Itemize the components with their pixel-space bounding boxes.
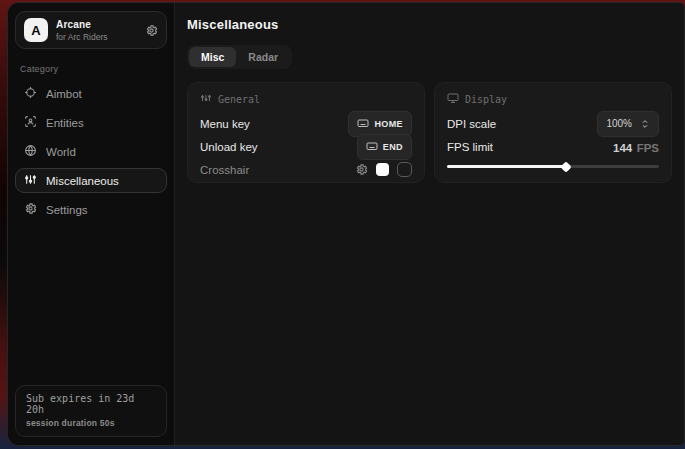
card-title: General: [218, 94, 260, 105]
slider-fill: [447, 165, 566, 168]
menu-key-label: Menu key: [200, 118, 250, 130]
sliders-icon: [200, 92, 212, 106]
general-card-header: General: [200, 92, 412, 106]
app-name: Arcane: [56, 19, 108, 30]
display-card-header: Display: [447, 92, 659, 106]
keyboard-icon: [366, 138, 378, 156]
chevron-up-down-icon: [640, 115, 650, 133]
fps-limit-value: 144 FPS: [613, 138, 659, 156]
crosshair-row: Crosshair: [200, 158, 412, 181]
main-panel: Miscellaneous Misc Radar General Menu ke…: [175, 3, 684, 445]
profile-card[interactable]: A Arcane for Arc Riders: [15, 11, 167, 49]
sidebar: A Arcane for Arc Riders Category Aimbot …: [8, 3, 175, 445]
gear-icon[interactable]: [355, 163, 368, 176]
globe-icon: [24, 144, 37, 159]
sliders-icon: [24, 173, 37, 188]
entities-scan-icon: [24, 115, 37, 130]
sidebar-item-label: Entities: [46, 117, 84, 129]
subscription-card: Sub expires in 23d 20h session duration …: [15, 385, 167, 437]
keybind-value: END: [383, 142, 403, 152]
profile-text: Arcane for Arc Riders: [56, 19, 108, 42]
sidebar-item-aimbot[interactable]: Aimbot: [15, 81, 167, 106]
card-title: Display: [465, 94, 507, 105]
unload-key-label: Unload key: [200, 141, 258, 153]
fps-limit-slider[interactable]: [447, 160, 659, 172]
crosshair-controls: [355, 162, 412, 177]
dpi-scale-row: DPI scale 100%: [447, 112, 659, 135]
menu-key-bind-button[interactable]: HOME: [348, 111, 412, 137]
sidebar-item-label: Miscellaneous: [46, 175, 119, 187]
sidebar-item-label: World: [46, 146, 76, 158]
unload-key-row: Unload key END: [200, 135, 412, 158]
keybind-value: HOME: [374, 119, 403, 129]
session-duration-text: session duration 50s: [26, 418, 156, 428]
menu-key-row: Menu key HOME: [200, 112, 412, 135]
dpi-scale-value: 100%: [606, 118, 632, 129]
monitor-icon: [447, 92, 459, 106]
sidebar-item-label: Settings: [46, 204, 88, 216]
sidebar-item-settings[interactable]: Settings: [15, 197, 167, 222]
fps-limit-label: FPS limit: [447, 141, 493, 153]
tab-radar[interactable]: Radar: [236, 47, 290, 67]
general-card: General Menu key HOME Unload key END: [187, 82, 425, 183]
category-label: Category: [20, 64, 162, 74]
fps-limit-row: FPS limit 144 FPS: [447, 135, 659, 158]
fps-unit: FPS: [637, 142, 659, 154]
sidebar-item-label: Aimbot: [46, 88, 82, 100]
tab-misc[interactable]: Misc: [189, 47, 236, 67]
app-logo: A: [24, 18, 48, 42]
app-window: A Arcane for Arc Riders Category Aimbot …: [7, 2, 685, 446]
slider-thumb[interactable]: [560, 161, 571, 172]
page-title: Miscellaneous: [187, 17, 672, 32]
sidebar-nav: Aimbot Entities World Miscellaneous Sett…: [15, 81, 167, 222]
crosshair-icon: [24, 86, 37, 101]
display-card: Display DPI scale 100% FPS limit 144 FPS: [434, 82, 672, 183]
cards-row: General Menu key HOME Unload key END: [187, 82, 672, 183]
sidebar-item-miscellaneous[interactable]: Miscellaneous: [15, 168, 167, 193]
dpi-scale-select[interactable]: 100%: [597, 111, 659, 137]
sub-expiry-text: Sub expires in 23d 20h: [26, 393, 156, 415]
app-subtitle: for Arc Riders: [56, 32, 108, 42]
tab-bar: Misc Radar: [187, 45, 292, 69]
fps-number: 144: [613, 142, 632, 154]
gear-icon: [24, 202, 37, 217]
dpi-scale-label: DPI scale: [447, 118, 496, 130]
unload-key-bind-button[interactable]: END: [357, 134, 412, 160]
gear-icon[interactable]: [145, 24, 158, 37]
crosshair-label: Crosshair: [200, 164, 249, 176]
keyboard-icon: [357, 115, 369, 133]
sidebar-item-entities[interactable]: Entities: [15, 110, 167, 135]
sidebar-item-world[interactable]: World: [15, 139, 167, 164]
crosshair-color-swatch[interactable]: [376, 163, 389, 176]
crosshair-checkbox[interactable]: [397, 162, 412, 177]
